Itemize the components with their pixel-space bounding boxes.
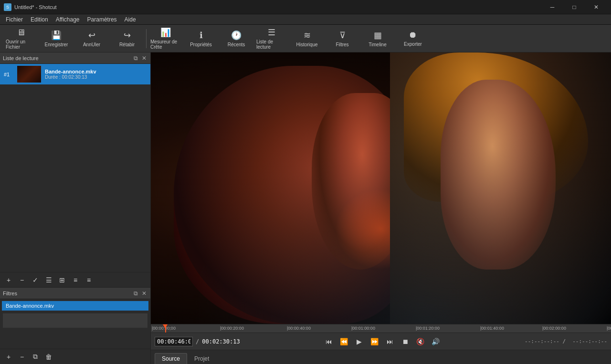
filter-remove-btn[interactable]: −: [16, 351, 28, 363]
filter-add-btn[interactable]: +: [3, 351, 14, 363]
history-icon: ≋: [304, 30, 311, 41]
playlist-menu-btn[interactable]: ≡: [83, 274, 95, 286]
playlist-button[interactable]: ☰ Liste de lecture: [254, 27, 289, 51]
props-label: Propriétés: [190, 42, 212, 47]
mute-btn[interactable]: 🔇: [414, 335, 427, 348]
preview-ruler: |00:00:00;00 |00:00:20:00 |00:00:40:00 |…: [151, 324, 611, 333]
playlist-title: Liste de lecture: [3, 55, 39, 61]
playlist-item-name: Bande-annonce.mkv: [45, 69, 147, 74]
playlist-add-btn[interactable]: +: [3, 274, 14, 286]
playlist-check-btn[interactable]: ✓: [30, 274, 41, 286]
out-point-display: --:--:--:--: [572, 338, 607, 344]
undo-icon: ↩: [88, 30, 95, 41]
playlist-grid-btn[interactable]: ⊞: [56, 274, 68, 286]
titlebar: S Untitled* - Shotcut ─ □ ✕: [0, 0, 611, 14]
playlist-float-btn[interactable]: ⧉: [132, 55, 139, 62]
playlist-remove-btn[interactable]: −: [16, 274, 28, 286]
filters-panel: Filtres ⧉ ✕ Bande-annonce.mkv + − ⧉ 🗑: [0, 288, 150, 364]
filter-item-1[interactable]: Bande-annonce.mkv: [2, 301, 148, 311]
close-button[interactable]: ✕: [585, 0, 607, 14]
meter-label: Mesureur de Crête: [150, 39, 181, 50]
prev-frame-btn[interactable]: ⏪: [338, 335, 350, 348]
save-label: Enregistrer: [45, 42, 68, 47]
time-separator: /: [196, 338, 199, 345]
playlist-item-num: #1: [4, 72, 13, 77]
filters-float-btn[interactable]: ⧉: [132, 290, 139, 297]
undo-button[interactable]: ↩ AnnUler: [74, 27, 109, 51]
next-frame-btn[interactable]: ⏩: [369, 335, 381, 348]
playlist-panel: Liste de lecture ⧉ ✕ #1 Bande-annonce.mk…: [0, 52, 150, 288]
play-btn[interactable]: ▶: [353, 335, 366, 348]
menu-affichage[interactable]: Affichage: [52, 15, 84, 24]
history-button[interactable]: ≋ Historique: [290, 27, 324, 51]
filters-header: Filtres ⧉ ✕: [0, 288, 150, 299]
export-icon: ⏺: [409, 30, 417, 40]
maximize-button[interactable]: □: [563, 0, 585, 14]
minimize-button[interactable]: ─: [541, 0, 563, 14]
tab-project[interactable]: Projet: [187, 353, 216, 364]
playlist-item-duration: Durée : 00:02:30:13: [45, 74, 147, 80]
redo-icon: ↪: [124, 30, 131, 41]
menu-aide[interactable]: Aide: [121, 15, 140, 24]
titlebar-title: Untitled* - Shotcut: [14, 4, 57, 10]
export-button[interactable]: ⏺ Exporter: [396, 27, 430, 51]
total-time: 00:02:30:13: [202, 338, 240, 345]
ruler-tick-4: |00:01:20:00: [416, 326, 440, 331]
menu-parametres[interactable]: Paramètres: [84, 15, 121, 24]
toolbar-sep-1: [146, 29, 147, 48]
props-button[interactable]: ℹ Propriétés: [184, 27, 218, 51]
filters-close-btn[interactable]: ✕: [141, 290, 147, 297]
filters-button[interactable]: ⊽ Filtres: [325, 27, 359, 51]
playlist-header-controls: ⧉ ✕: [132, 55, 147, 62]
video-scene: [151, 52, 611, 324]
in-point-display: --:--:--:-- /: [525, 338, 566, 344]
ruler-tick-7: |00:02:20:00: [607, 326, 611, 331]
playlist-close-btn[interactable]: ✕: [141, 55, 147, 62]
source-project-tabs: Source Projet: [151, 350, 611, 364]
timeline-label: Timeline: [369, 42, 386, 47]
titlebar-controls: ─ □ ✕: [541, 0, 607, 14]
video-area: [151, 52, 611, 324]
playlist-list-btn[interactable]: ☰: [43, 274, 54, 286]
titlebar-left: S Untitled* - Shotcut: [4, 3, 57, 11]
filters-list: Bande-annonce.mkv: [0, 299, 150, 349]
goto-end-btn[interactable]: ⏭: [384, 335, 396, 348]
volume-btn[interactable]: 🔊: [430, 335, 442, 348]
ruler-tick-1: |00:00:20:00: [220, 326, 244, 331]
filter-copy-btn[interactable]: ⧉: [30, 351, 41, 363]
ruler-tick-5: |00:01:40:00: [480, 326, 504, 331]
filters-icon: ⊽: [339, 30, 346, 41]
history-label: Historique: [296, 42, 317, 47]
playlist-icon: ☰: [268, 27, 275, 38]
scene-light-bg: [151, 52, 611, 324]
timeline-icon: ▦: [374, 30, 382, 41]
redo-button[interactable]: ↪ Rétabir: [110, 27, 144, 51]
menu-fichier[interactable]: Fichier: [2, 15, 27, 24]
save-button[interactable]: 💾 Enregistrer: [39, 27, 74, 51]
undo-label: AnnUler: [83, 42, 100, 47]
recent-button[interactable]: 🕐 Récents: [219, 27, 253, 51]
props-icon: ℹ: [200, 30, 203, 41]
recent-icon: 🕐: [231, 30, 242, 41]
current-time-input[interactable]: [155, 337, 193, 346]
open-button[interactable]: 🖥 Ouvrir un Fichier: [4, 27, 38, 51]
stop-btn[interactable]: ⏹: [399, 335, 411, 348]
playlist-header: Liste de lecture ⧉ ✕: [0, 52, 150, 64]
filter-delete-btn[interactable]: 🗑: [43, 351, 54, 363]
playlist-item-info: Bande-annonce.mkv Durée : 00:02:30:13: [45, 69, 147, 80]
playlist-item-1[interactable]: #1 Bande-annonce.mkv Durée : 00:02:30:13: [0, 64, 150, 84]
goto-start-btn[interactable]: ⏮: [323, 335, 335, 348]
playlist-content: #1 Bande-annonce.mkv Durée : 00:02:30:13: [0, 64, 150, 272]
app-icon: S: [4, 3, 11, 11]
transport-bar: / 00:02:30:13 ⏮ ⏪ ▶ ⏩ ⏭ ⏹ 🔇 🔊 --:--:--:-…: [151, 333, 611, 350]
filters-label: Filtres: [336, 42, 348, 47]
ruler-tick-3: |00:01:00:00: [351, 326, 375, 331]
filters-toolbar: + − ⧉ 🗑: [0, 349, 150, 364]
redo-label: Rétabir: [119, 42, 135, 47]
timeline-button[interactable]: ▦ Timeline: [360, 27, 395, 51]
left-panel: Liste de lecture ⧉ ✕ #1 Bande-annonce.mk…: [0, 52, 151, 364]
meter-button[interactable]: 📊 Mesureur de Crête: [148, 27, 183, 51]
tab-source[interactable]: Source: [155, 353, 187, 364]
playlist-detail-btn[interactable]: ≡: [70, 274, 81, 286]
menu-edition[interactable]: Edition: [27, 15, 52, 24]
